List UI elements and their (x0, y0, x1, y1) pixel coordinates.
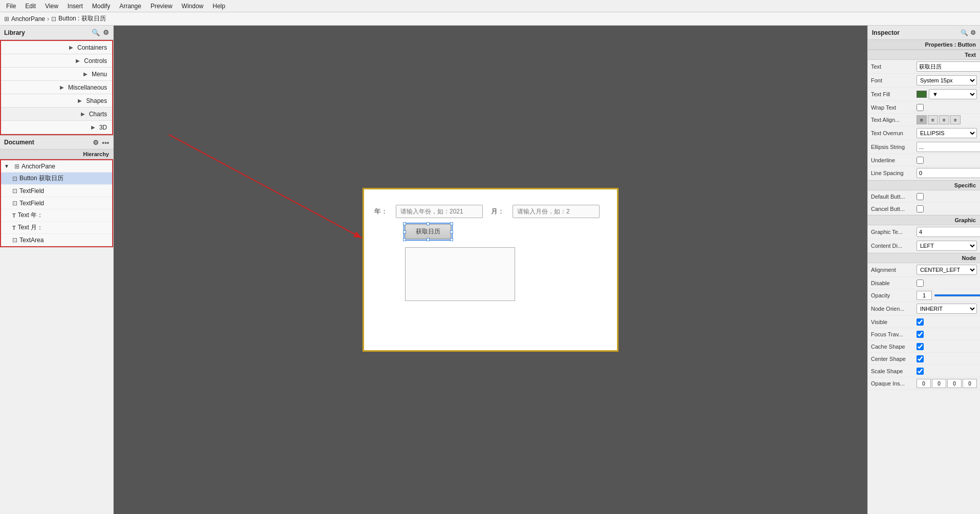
library-item-misc[interactable]: ▶ Miscellaneous (1, 81, 112, 94)
hierarchy-text-month[interactable]: T Text 月： (1, 222, 112, 234)
inspector-graphicte-row: Graphic Te... (868, 225, 980, 239)
cacheshape-checkbox[interactable] (917, 343, 924, 350)
expand-arrow-charts: ▶ (81, 111, 85, 117)
menu-window[interactable]: Window (178, 2, 208, 11)
hierarchy-textarea[interactable]: ⊡ TextArea (1, 234, 112, 246)
breadcrumb-anchorpane[interactable]: AnchorPane (11, 15, 45, 23)
hierarchy-textfield1[interactable]: ⊡ TextField (1, 185, 112, 197)
hierarchy-button[interactable]: ⊡ Button 获取日历 (1, 173, 112, 185)
opaque-input-2[interactable] (932, 379, 946, 388)
defaultbutt-checkbox[interactable] (917, 193, 924, 200)
breadcrumb-icon: ⊞ (4, 15, 9, 23)
menu-file[interactable]: File (2, 2, 20, 11)
specific-section-label: Specific (954, 182, 976, 188)
menu-view[interactable]: View (41, 2, 62, 11)
textfill-select[interactable]: ▼ (929, 89, 977, 99)
font-select[interactable]: System 15px (917, 75, 977, 85)
centershape-checkbox[interactable] (917, 355, 924, 362)
contentdi-select[interactable]: LEFT (917, 241, 977, 251)
textfill-label: Text Fill (871, 91, 914, 97)
canvas-textarea[interactable] (405, 247, 515, 301)
underline-checkbox[interactable] (917, 157, 924, 164)
hierarchy-label-anchorpane: AnchorPane (22, 163, 55, 170)
menu-modify[interactable]: Modify (88, 2, 114, 11)
library-title: Library (4, 29, 25, 36)
library-item-charts[interactable]: ▶ Charts (1, 108, 112, 121)
breadcrumb-icon2: ⊡ (51, 15, 56, 23)
library-settings-icon[interactable]: ⚙ (103, 29, 109, 36)
menu-insert[interactable]: Insert (63, 2, 87, 11)
inspector-textfill-row: Text Fill ▼ (868, 88, 980, 101)
inspector-centershape-row: Center Shape (868, 353, 980, 365)
linespacing-input[interactable] (917, 168, 980, 178)
breadcrumb-button[interactable]: Button : 获取日历 (58, 14, 106, 23)
align-justify-btn[interactable]: ≡ (950, 115, 961, 124)
opacity-controls (917, 291, 980, 300)
menu-arrange[interactable]: Arrange (115, 2, 145, 11)
library-item-controls[interactable]: ▶ Controls (1, 54, 112, 68)
opaque-input-3[interactable] (947, 379, 962, 388)
library-item-containers[interactable]: ▶ Containers (1, 41, 112, 54)
hierarchy-header: Hierarchy (0, 149, 113, 159)
expand-arrow-controls: ▶ (76, 58, 80, 63)
main-layout: Library 🔍 ⚙ ▶ Containers ▶ Controls ▶ Me… (0, 26, 980, 514)
year-input[interactable] (396, 205, 483, 218)
inspector-textalign-row: Text Align... ≡ ≡ ≡ ≡ (868, 114, 980, 126)
inspector-search-icon[interactable]: 🔍 (961, 29, 968, 36)
document-more-icon[interactable]: ••• (102, 139, 109, 146)
text-label: Text (871, 63, 914, 70)
align-center-btn[interactable]: ≡ (928, 115, 938, 124)
inspector-disable-row: Disable (868, 277, 980, 289)
contentdi-label: Content Di... (871, 243, 914, 249)
inspector-opaqueins-row: Opaque Ins... (868, 377, 980, 390)
scaleshape-checkbox[interactable] (917, 368, 924, 375)
wraptext-checkbox[interactable] (917, 104, 924, 111)
hierarchy-label-text-year: Text 年： (18, 211, 43, 220)
textfill-color-swatch[interactable] (917, 91, 927, 98)
text-input[interactable] (917, 61, 980, 72)
inspector-settings-icon[interactable]: ⚙ (970, 29, 976, 36)
library-label-misc: Miscellaneous (68, 84, 107, 91)
hierarchy-anchorpane[interactable]: ▼ ⊞ AnchorPane (1, 160, 112, 173)
cancelbutt-checkbox[interactable] (917, 205, 924, 212)
opaque-input-4[interactable] (963, 379, 977, 388)
anchor-icon: ⊞ (14, 163, 19, 170)
underline-label: Underline (871, 157, 914, 163)
ellipsis-label: Ellipsis String (871, 144, 914, 150)
library-item-3d[interactable]: ▶ 3D (1, 121, 112, 134)
linespacing-label: Line Spacing (871, 170, 914, 176)
expand-arrow-containers: ▶ (69, 45, 73, 50)
get-calendar-button[interactable]: 获取日历 (405, 224, 451, 239)
align-left-btn[interactable]: ≡ (917, 115, 927, 124)
library-item-menu[interactable]: ▶ Menu (1, 68, 112, 81)
hierarchy-text-year[interactable]: T Text 年： (1, 209, 112, 222)
ellipsis-input[interactable] (917, 142, 980, 152)
document-settings-icon[interactable]: ⚙ (93, 139, 99, 146)
textoverrun-select[interactable]: ELLIPSIS (917, 128, 977, 138)
library-header: Library 🔍 ⚙ (0, 26, 113, 40)
menu-preview[interactable]: Preview (146, 2, 177, 11)
textoverrun-label: Text Overrun (871, 130, 914, 136)
focustrav-label: Focus Trav... (871, 331, 914, 337)
inspector-cancelbutt-row: Cancel Butt... (868, 203, 980, 215)
menu-edit[interactable]: Edit (21, 2, 40, 11)
library-label-3d: 3D (99, 124, 107, 131)
font-label: Font (871, 77, 914, 83)
nodeorient-select[interactable]: INHERIT (917, 304, 977, 314)
visible-checkbox[interactable] (917, 318, 924, 326)
hierarchy-textfield2[interactable]: ⊡ TextField (1, 197, 112, 209)
opacity-input[interactable] (917, 291, 932, 300)
disable-checkbox[interactable] (917, 280, 924, 287)
align-right-btn[interactable]: ≡ (939, 115, 949, 124)
library-search-icon[interactable]: 🔍 (92, 29, 100, 36)
focustrav-checkbox[interactable] (917, 331, 924, 338)
graphicte-input[interactable] (917, 227, 980, 237)
inspector-textoverrun-row: Text Overrun ELLIPSIS (868, 126, 980, 140)
opaque-input-1[interactable] (917, 379, 931, 388)
month-input[interactable] (513, 205, 600, 218)
library-item-shapes[interactable]: ▶ Shapes (1, 94, 112, 108)
alignment-select[interactable]: CENTER_LEFT (917, 265, 977, 275)
opacity-slider[interactable] (934, 294, 980, 296)
cancelbutt-label: Cancel Butt... (871, 206, 914, 212)
menu-help[interactable]: Help (208, 2, 229, 11)
